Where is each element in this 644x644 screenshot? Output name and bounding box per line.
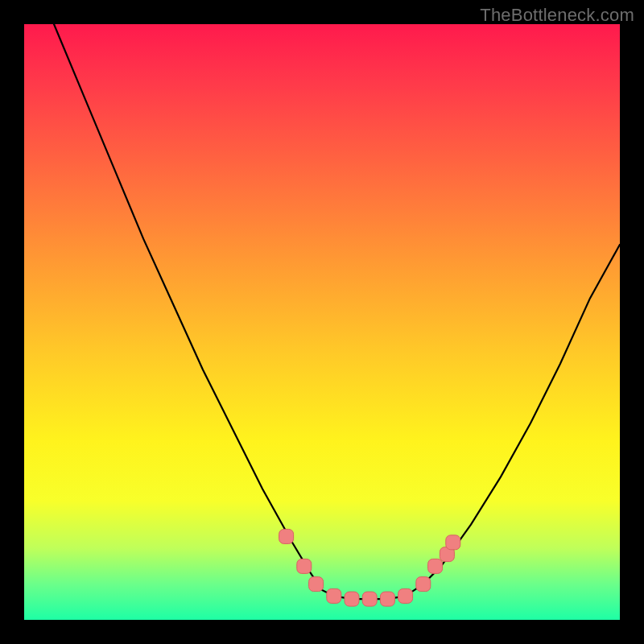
curve-marker xyxy=(279,529,294,543)
watermark-text: TheBottleneck.com xyxy=(480,5,634,26)
curve-marker xyxy=(380,592,394,606)
curve-marker xyxy=(428,559,443,573)
curve-marker xyxy=(398,588,413,603)
curve-marker xyxy=(327,588,341,603)
curve-marker xyxy=(345,592,359,606)
curve-markers xyxy=(279,529,460,606)
curve-marker xyxy=(362,592,377,606)
curve-marker xyxy=(309,577,324,592)
curve-marker xyxy=(297,559,312,573)
chart-svg xyxy=(24,24,620,620)
plot-area xyxy=(24,24,620,620)
chart-frame: TheBottleneck.com xyxy=(0,0,644,644)
curve-marker xyxy=(416,577,431,592)
bottleneck-curve xyxy=(54,24,620,599)
curve-marker xyxy=(446,535,460,550)
